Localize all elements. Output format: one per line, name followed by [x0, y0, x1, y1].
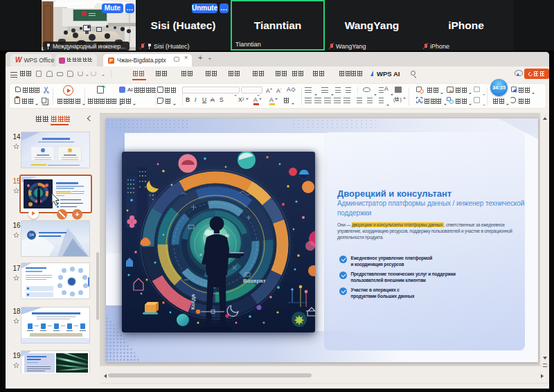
- svg-text:Когда: Когда: [190, 294, 196, 310]
- svg-text:Возврат: Возврат: [243, 278, 266, 284]
